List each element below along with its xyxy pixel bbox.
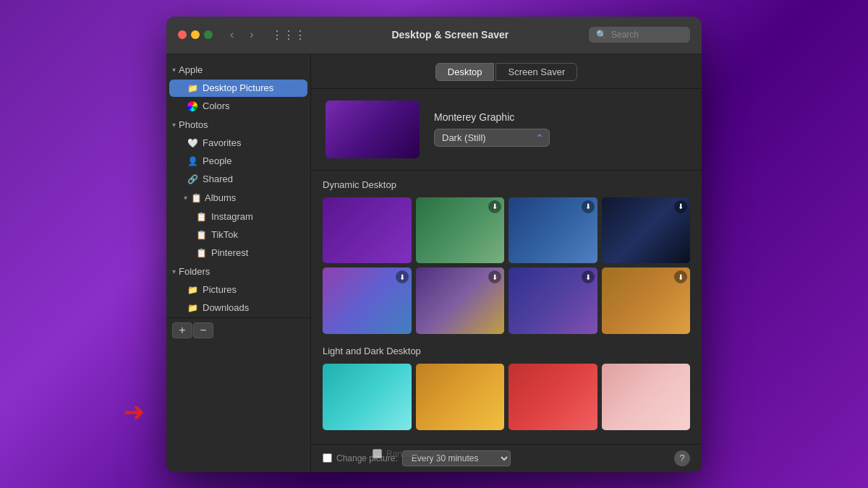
- sidebar-group-apple[interactable]: ▾ Apple: [166, 61, 310, 78]
- wp-item-2[interactable]: ⬇: [416, 197, 505, 264]
- pinterest-icon: 📋: [195, 247, 207, 259]
- dynamic-desktop-grid: ⬇ ⬇ ⬇ ⬇: [323, 197, 690, 335]
- sidebar-tiktok-label: TikTok: [211, 229, 238, 240]
- wp-item-4[interactable]: ⬇: [602, 197, 691, 264]
- sidebar-item-people[interactable]: 👤 People: [169, 153, 307, 170]
- search-box[interactable]: 🔍 Search: [589, 27, 690, 43]
- add-source-button[interactable]: +: [172, 322, 192, 338]
- wp-ld-3[interactable]: [509, 364, 597, 430]
- heart-icon: 🤍: [187, 137, 198, 149]
- sidebar: ▾ Apple 📁 Desktop Pictures Colors ▾ Phot: [166, 54, 311, 472]
- sidebar-colors-label: Colors: [203, 100, 230, 111]
- main-panel: Desktop Screen Saver Monterey Graphic Da…: [311, 54, 702, 472]
- titlebar: ‹ › ⋮⋮⋮ Desktop & Screen Saver 🔍 Search: [166, 17, 702, 54]
- download-badge-7: ⬇: [582, 270, 595, 283]
- grid-icon[interactable]: ⋮⋮⋮: [265, 25, 312, 45]
- close-button[interactable]: [178, 30, 187, 39]
- download-badge-3: ⬇: [582, 200, 595, 213]
- forward-button[interactable]: ›: [245, 25, 258, 44]
- wp-ld-thumb-3: [509, 364, 597, 430]
- color-wheel-icon: [187, 100, 198, 112]
- wp-ld-2[interactable]: [416, 364, 505, 430]
- chevron-down-icon: ▾: [172, 66, 176, 74]
- sidebar-group-folders[interactable]: ▾ Folders: [166, 263, 310, 280]
- desktop-screensaver-window: ‹ › ⋮⋮⋮ Desktop & Screen Saver 🔍 Search …: [166, 17, 702, 472]
- wp-item-8[interactable]: ⬇: [602, 267, 691, 334]
- folder-icon-3: 📁: [187, 302, 198, 314]
- download-badge-2: ⬇: [488, 200, 501, 213]
- sidebar-group-photos[interactable]: ▾ Photos: [166, 116, 310, 133]
- random-order-checkbox[interactable]: [373, 449, 382, 458]
- wallpaper-info: Monterey Graphic Dark (Still) ⌃: [434, 111, 550, 147]
- sidebar-item-downloads[interactable]: 📁 Downloads: [169, 299, 307, 317]
- wallpaper-name: Monterey Graphic: [434, 111, 550, 123]
- tab-screensaver[interactable]: Screen Saver: [495, 63, 577, 81]
- help-button[interactable]: ?: [674, 450, 690, 466]
- sidebar-desktop-pictures-label: Desktop Pictures: [203, 82, 273, 93]
- wallpaper-scroll-area: Dynamic Desktop ⬇ ⬇: [311, 171, 702, 444]
- sidebar-downloads-label: Downloads: [203, 302, 249, 313]
- tiktok-icon: 📋: [195, 229, 207, 241]
- minimize-button[interactable]: [191, 30, 200, 39]
- tabs-bar: Desktop Screen Saver: [311, 54, 702, 89]
- preview-section: Monterey Graphic Dark (Still) ⌃: [311, 89, 702, 171]
- sidebar-item-pictures[interactable]: 📁 Pictures: [169, 281, 307, 299]
- style-dropdown-wrapper: Dark (Still) ⌃: [434, 129, 550, 147]
- search-placeholder: Search: [611, 30, 639, 40]
- wp-item-5[interactable]: ⬇: [323, 267, 412, 334]
- chevron-down-icon-3: ▾: [184, 194, 187, 202]
- back-button[interactable]: ‹: [226, 25, 238, 44]
- album-icon: 📋: [190, 192, 202, 204]
- sidebar-item-colors[interactable]: Colors: [169, 98, 307, 115]
- light-dark-grid: [323, 364, 690, 430]
- sidebar-item-desktop-pictures[interactable]: 📁 Desktop Pictures: [169, 80, 307, 97]
- wp-ld-1[interactable]: [323, 364, 412, 430]
- thumb-inner: [326, 100, 420, 158]
- wp-ld-thumb-1: [323, 364, 412, 430]
- chevron-down-icon-4: ▾: [172, 267, 176, 275]
- wp-thumb-1: [323, 197, 412, 264]
- current-wallpaper-thumb: [326, 100, 420, 158]
- dynamic-desktop-title: Dynamic Desktop: [323, 179, 690, 190]
- sidebar-item-tiktok[interactable]: 📋 TikTok: [169, 226, 307, 244]
- sidebar-item-favorites[interactable]: 🤍 Favorites: [169, 134, 307, 152]
- sidebar-bottom-buttons: + −: [166, 317, 310, 343]
- random-order-group: Random order: [373, 449, 442, 459]
- traffic-lights: [178, 30, 213, 39]
- sidebar-albums-label: Albums: [205, 192, 236, 203]
- folder-icon: 📁: [187, 82, 198, 94]
- window-title: Desktop & Screen Saver: [319, 29, 582, 40]
- people-icon: 👤: [187, 155, 198, 167]
- sidebar-people-label: People: [203, 155, 231, 166]
- sidebar-favorites-label: Favorites: [203, 137, 241, 148]
- bottom-bar: Change picture: Every 30 minutes Random …: [311, 444, 702, 472]
- instagram-icon: 📋: [195, 211, 207, 223]
- folder-icon-2: 📁: [187, 284, 198, 296]
- sidebar-item-instagram[interactable]: 📋 Instagram: [169, 208, 307, 226]
- sidebar-apple-label: Apple: [179, 64, 203, 75]
- wp-item-3[interactable]: ⬇: [509, 197, 597, 264]
- sidebar-pictures-label: Pictures: [203, 284, 237, 295]
- tab-desktop[interactable]: Desktop: [435, 63, 495, 81]
- wp-ld-thumb-2: [416, 364, 505, 430]
- sidebar-item-shared[interactable]: 🔗 Shared: [169, 171, 307, 188]
- wp-ld-thumb-4: [602, 364, 691, 430]
- sidebar-photos-label: Photos: [179, 119, 208, 130]
- sidebar-item-pinterest[interactable]: 📋 Pinterest: [169, 244, 307, 262]
- maximize-button[interactable]: [204, 30, 213, 39]
- sidebar-folders-label: Folders: [179, 266, 210, 277]
- sidebar-group-albums[interactable]: ▾ 📋 Albums: [166, 189, 310, 207]
- download-badge-4: ⬇: [674, 200, 687, 213]
- wp-item-6[interactable]: ⬇: [416, 267, 505, 334]
- wp-item-1[interactable]: [323, 197, 412, 264]
- style-select[interactable]: Dark (Still): [434, 129, 550, 147]
- sidebar-pinterest-label: Pinterest: [211, 247, 248, 258]
- chevron-down-icon-2: ▾: [172, 121, 176, 129]
- remove-source-button[interactable]: −: [193, 322, 213, 338]
- random-order-label: Random order: [386, 449, 442, 459]
- shared-icon: 🔗: [187, 174, 198, 185]
- wp-ld-4[interactable]: [602, 364, 691, 430]
- change-picture-checkbox[interactable]: [323, 453, 332, 463]
- wp-item-7[interactable]: ⬇: [509, 267, 597, 334]
- arrow-annotation: ➜: [123, 397, 145, 427]
